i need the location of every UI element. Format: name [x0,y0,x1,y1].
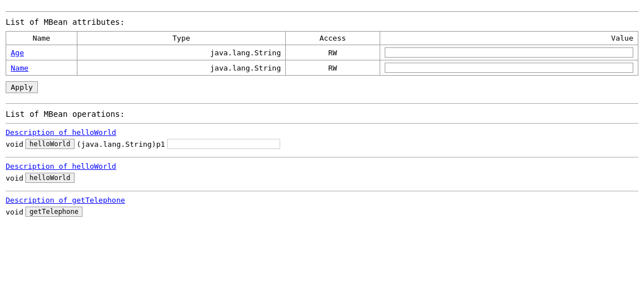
operation-line: voidhelloWorld [6,173,638,183]
col-header-type: Type [77,32,286,45]
col-header-name: Name [6,32,77,45]
operation-line: voidgetTelephone [6,207,638,217]
operation-return-type: void [6,174,23,182]
operation-line: voidhelloWorld (java.lang.String)p1 [6,139,638,149]
operation-block: Description of helloWorldvoidhelloWorld … [6,128,638,152]
operation-return-type: void [6,140,23,148]
attribute-row: Namejava.lang.StringRW [6,60,638,76]
attributes-section-title: List of MBean attributes: [6,17,638,27]
attribute-value-input-age[interactable] [385,47,633,58]
attribute-type-cell: java.lang.String [77,60,286,76]
attribute-value-input-name[interactable] [385,63,633,73]
attribute-value-cell[interactable] [380,45,638,60]
attribute-name-cell: Age [6,45,77,60]
attribute-row: Agejava.lang.StringRW [6,45,638,60]
operation-description-link-0[interactable]: Description of helloWorld [6,128,638,137]
attribute-type-cell: java.lang.String [77,45,286,60]
operation-block: Description of getTelephonevoidgetTeleph… [6,196,638,220]
operation-params: (java.lang.String)p1 [77,140,166,148]
apply-button[interactable]: Apply [6,81,38,93]
attributes-table: Name Type Access Value Agejava.lang.Stri… [6,31,638,76]
operations-section: List of MBean operations: Description of… [6,110,638,220]
operations-section-title: List of MBean operations: [6,110,638,119]
col-header-value: Value [380,32,638,45]
operation-block: Description of helloWorldvoidhelloWorld [6,162,638,186]
operation-invoke-button-2[interactable]: getTelephone [25,207,82,217]
attribute-access-cell: RW [286,45,380,60]
attribute-name-cell: Name [6,60,77,76]
operation-invoke-button-0[interactable]: helloWorld [25,139,74,149]
attribute-name-link-name[interactable]: Name [11,64,28,72]
attribute-access-cell: RW [286,60,380,76]
operation-invoke-button-1[interactable]: helloWorld [25,173,74,183]
operation-description-link-2[interactable]: Description of getTelephone [6,196,638,204]
col-header-access: Access [286,32,380,45]
attribute-value-cell[interactable] [380,60,638,76]
operation-description-link-1[interactable]: Description of helloWorld [6,162,638,170]
attribute-name-link-age[interactable]: Age [11,49,24,57]
operation-return-type: void [6,208,23,216]
operation-param-input-0[interactable] [167,139,280,149]
